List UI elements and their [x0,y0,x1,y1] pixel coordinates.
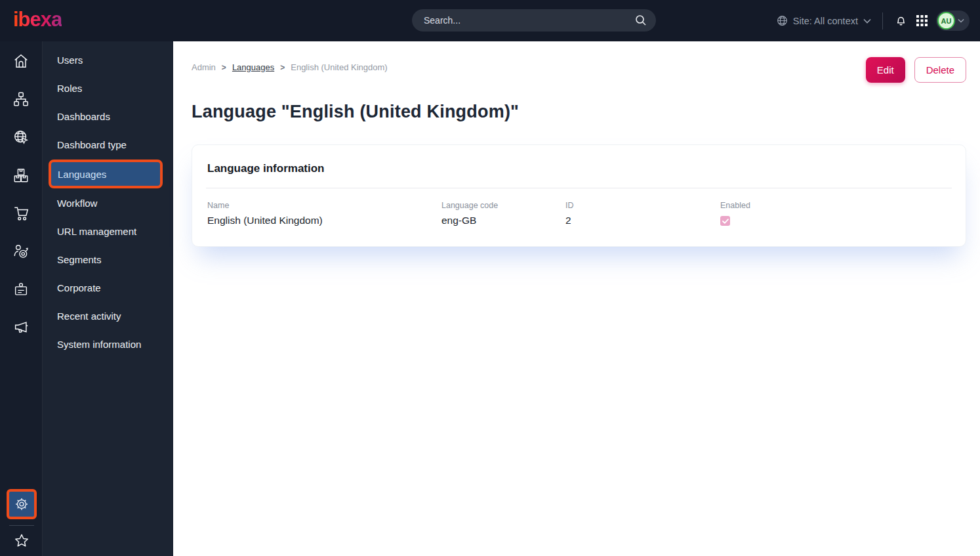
field-label-name: Name [207,201,441,210]
content-structure-icon[interactable] [12,90,30,108]
products-boxes-icon[interactable] [12,166,30,184]
gear-icon [14,496,30,512]
app-window: ibexa Site: All context [0,0,980,556]
sidebar-item-dashboard-type[interactable]: Dashboard type [43,131,173,159]
field-value-name: English (United Kingdom) [207,215,441,226]
check-icon [722,219,729,224]
sidebar-item-users[interactable]: Users [43,46,173,74]
edit-button[interactable]: Edit [866,57,905,83]
language-information-card: Language information Name English (Unite… [192,144,966,247]
sidebar-item-dashboards[interactable]: Dashboards [43,102,173,131]
search-input[interactable] [424,15,635,26]
enabled-checkbox [720,216,730,226]
admin-settings-nav[interactable] [7,489,37,519]
marketing-megaphone-icon[interactable] [12,318,30,336]
avatar: AU [937,12,955,30]
user-menu[interactable]: AU [936,11,970,31]
admin-sidebar: Users Roles Dashboards Dashboard type La… [43,41,173,556]
main-nav-rail [0,41,43,556]
breadcrumb: Admin > Languages > English (United King… [192,57,388,72]
corporate-badge-icon[interactable] [12,280,30,298]
sidebar-item-workflow[interactable]: Workflow [43,189,173,217]
field-label-enabled: Enabled [720,201,750,210]
topbar-right-group: Site: All context AU [777,0,970,41]
breadcrumb-current: English (United Kingdom) [291,62,387,72]
card-heading: Language information [192,145,966,188]
site-context-label: Site: All context [793,16,858,26]
field-label-id: ID [565,201,720,210]
sidebar-item-system-information[interactable]: System information [43,330,173,358]
bookmarks-star-icon[interactable] [13,532,30,549]
site-context-selector[interactable]: Site: All context [777,15,871,26]
site-globe-icon[interactable] [12,128,30,146]
field-label-language-code: Language code [441,201,565,210]
app-grid-icon[interactable] [916,15,928,26]
sidebar-item-segments[interactable]: Segments [43,246,173,274]
home-icon[interactable] [12,52,30,70]
sidebar-item-recent-activity[interactable]: Recent activity [43,302,173,330]
breadcrumb-languages-link[interactable]: Languages [232,62,274,72]
globe-icon [777,15,788,26]
breadcrumb-separator: > [222,63,226,72]
chevron-down-icon [958,18,964,23]
sidebar-item-corporate[interactable]: Corporate [43,274,173,302]
topbar-divider [882,12,883,30]
top-bar: ibexa Site: All context [0,0,980,41]
page-title: Language "English (United Kingdom)" [192,102,980,122]
notifications-bell-icon[interactable] [894,14,908,28]
rail-divider [9,525,34,526]
sidebar-item-roles[interactable]: Roles [43,74,173,102]
breadcrumb-separator: > [280,63,285,72]
ibexa-logo[interactable]: ibexa [13,9,62,31]
search-icon[interactable] [635,14,647,26]
commerce-cart-icon[interactable] [12,204,30,222]
sidebar-item-languages[interactable]: Languages [49,160,163,188]
main-content: Admin > Languages > English (United King… [173,41,980,556]
delete-button[interactable]: Delete [914,57,966,83]
field-value-id: 2 [565,215,720,226]
field-value-language-code: eng-GB [441,215,565,226]
customers-target-icon[interactable] [12,242,30,260]
sidebar-item-url-management[interactable]: URL management [43,217,173,246]
breadcrumb-admin: Admin [192,62,216,72]
global-search[interactable] [412,9,656,32]
chevron-down-icon [863,18,871,24]
